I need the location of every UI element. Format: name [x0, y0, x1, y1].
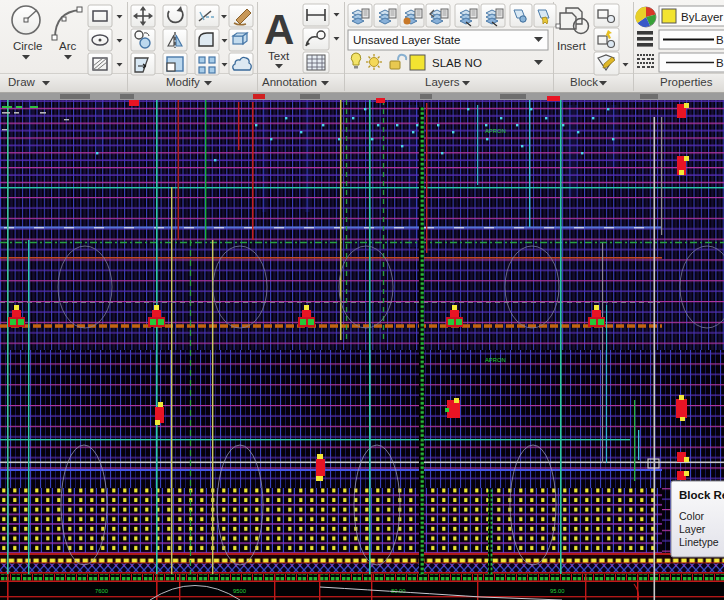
- svg-text:SLAB NO: SLAB NO: [432, 57, 482, 69]
- svg-text:APRON: APRON: [485, 357, 506, 363]
- svg-text:95.00: 95.00: [550, 588, 565, 594]
- svg-text:B: B: [716, 34, 724, 46]
- svg-text:Linetype: Linetype: [679, 536, 719, 548]
- svg-text:Text: Text: [268, 50, 290, 62]
- svg-text:80.00: 80.00: [391, 588, 406, 594]
- svg-text:Block: Block: [570, 76, 598, 88]
- svg-text:Block Re: Block Re: [679, 489, 724, 501]
- svg-text:Layer: Layer: [679, 523, 706, 535]
- svg-text:9500: 9500: [233, 588, 246, 594]
- svg-text:Color: Color: [679, 510, 705, 522]
- svg-text:Draw: Draw: [8, 76, 36, 88]
- svg-text:Layers: Layers: [425, 76, 460, 88]
- svg-text:Properties: Properties: [660, 76, 713, 88]
- svg-text:Insert: Insert: [557, 40, 587, 52]
- svg-text:Annotation: Annotation: [262, 76, 317, 88]
- svg-text:Modify: Modify: [166, 76, 200, 88]
- svg-text:Unsaved Layer State: Unsaved Layer State: [353, 34, 460, 46]
- svg-text:B: B: [716, 57, 724, 69]
- svg-text:A: A: [264, 6, 294, 53]
- svg-text:APRON: APRON: [485, 128, 506, 134]
- svg-text:Circle: Circle: [13, 40, 42, 52]
- svg-text:Arc: Arc: [59, 40, 77, 52]
- svg-text:7600: 7600: [95, 588, 108, 594]
- svg-text:ByLayer: ByLayer: [681, 11, 723, 23]
